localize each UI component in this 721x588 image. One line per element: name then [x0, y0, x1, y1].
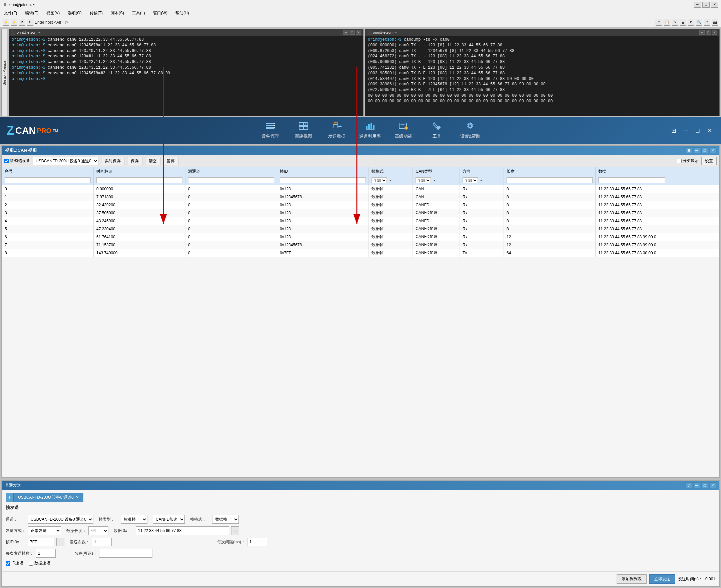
table-settings-btn[interactable]: 设置	[701, 157, 717, 165]
toolbar-btn-4[interactable]: ↻	[27, 19, 33, 26]
id-increment-label[interactable]: ID递增	[6, 560, 23, 566]
add-to-list-btn[interactable]: 添加到列表	[617, 574, 647, 584]
filter-can-type-select[interactable]: 全部	[415, 177, 431, 183]
table-row[interactable]: 232.43920000x123数据帧CANFDRx811 22 33 44 5…	[2, 201, 719, 209]
nav-channel-util[interactable]: 通道利用率	[358, 122, 382, 139]
term-right-maximize[interactable]: □	[706, 30, 711, 35]
header-grid-btn[interactable]: ⊞	[669, 126, 678, 135]
canfd-select[interactable]: CANFD加速	[153, 515, 185, 524]
send-mode-select[interactable]: 正常发送	[28, 526, 61, 535]
menu-edit[interactable]: 编辑(E)	[24, 10, 40, 17]
toolbar-btn-10[interactable]: 🔍	[696, 19, 702, 26]
menu-help[interactable]: 帮助(H)	[174, 10, 190, 17]
frame-type-select[interactable]: 标准帧	[121, 515, 147, 524]
menu-window[interactable]: 窗口(W)	[152, 10, 169, 17]
menu-transfer[interactable]: 传输(T)	[88, 10, 104, 17]
filter-data-input[interactable]	[598, 177, 665, 183]
can-view-maximize-btn[interactable]: □	[701, 147, 708, 153]
table-row[interactable]: 337.50500000x123数据帧CANFD加速Rx811 22 33 44…	[2, 209, 719, 217]
send-panel-minimize-btn[interactable]: ─	[693, 482, 700, 488]
maximize-button[interactable]: □	[702, 2, 710, 8]
filter-direction-select[interactable]: 全部	[462, 177, 478, 183]
save-btn[interactable]: 保存	[127, 157, 142, 165]
send-panel-close-btn[interactable]: ✕	[709, 482, 716, 488]
close-button[interactable]: ✕	[711, 2, 718, 8]
frame-format-select[interactable]: 数据帧	[212, 515, 239, 524]
name-input[interactable]	[99, 549, 152, 558]
table-row[interactable]: 00.00000000x123数据帧CANRx811 22 33 44 55 6…	[2, 185, 719, 193]
nav-advanced[interactable]: 高级功能	[392, 122, 415, 139]
can-view-expand-btn[interactable]: ⊞	[685, 147, 692, 153]
data-increment-label[interactable]: 数据递增	[29, 560, 50, 566]
menu-script[interactable]: 脚本(S)	[109, 10, 125, 17]
header-maximize-btn[interactable]: □	[693, 126, 702, 135]
minimize-button[interactable]: ─	[694, 2, 701, 8]
term-left-close[interactable]: ✕	[356, 30, 361, 35]
toolbar-btn-12[interactable]: 📷	[712, 19, 718, 26]
menu-options[interactable]: 选项(O)	[66, 10, 83, 17]
data-length-select[interactable]: 64	[88, 526, 108, 535]
nav-tools[interactable]: 工具	[425, 122, 449, 139]
device-select[interactable]: USBCANFD-200U 设备0 通道0	[33, 157, 98, 165]
menu-view[interactable]: 视图(V)	[45, 10, 61, 17]
channel-select[interactable]: USBCANFD-200U 设备0 通道0	[28, 515, 94, 524]
toolbar-btn-3[interactable]: ↺	[19, 19, 25, 26]
frame-id-browse-btn[interactable]: ...	[56, 538, 64, 546]
table-row[interactable]: 8143.74000000x7FF数据帧CANFD加速Tx6411 22 33 …	[2, 249, 719, 257]
device-checkbox[interactable]	[4, 159, 9, 163]
menu-file[interactable]: 文件(F)	[3, 10, 18, 17]
toolbar-btn-7[interactable]: 🖺	[672, 19, 678, 26]
toolbar-btn-1[interactable]: ⚡	[3, 19, 9, 26]
send-tab-close[interactable]: ✕	[76, 495, 79, 500]
table-row[interactable]: 547.23040000x123数据帧CANFD加速Rx811 22 33 44…	[2, 225, 719, 233]
term-left-maximize[interactable]: □	[350, 30, 355, 35]
id-increment-checkbox[interactable]	[6, 561, 11, 566]
data-hex-input[interactable]	[136, 526, 229, 535]
filter-frame-format-select[interactable]: 全部	[371, 177, 387, 183]
term-left-minimize[interactable]: ─	[343, 30, 349, 35]
realtime-save-btn[interactable]: 实时保存	[101, 157, 124, 165]
send-panel-maximize-btn[interactable]: □	[701, 482, 708, 488]
classify-checkbox[interactable]	[677, 159, 682, 163]
add-tab-btn[interactable]: +	[6, 493, 14, 502]
table-row[interactable]: 443.24590000x123数据帧CANFDRx811 22 33 44 5…	[2, 217, 719, 225]
filter-length-input[interactable]	[507, 177, 593, 183]
toolbar-btn-5[interactable]: □	[656, 19, 662, 26]
data-hex-browse-btn[interactable]: ...	[231, 526, 239, 535]
table-scroll[interactable]: 序号 时间标识 源通道 帧ID 帧格式 CAN类型 方向 长度 数据	[2, 167, 719, 477]
nav-settings[interactable]: 设置&帮助	[458, 122, 482, 139]
clear-btn[interactable]: 清空	[145, 157, 160, 165]
send-panel-help-btn[interactable]: ?	[685, 482, 692, 488]
filter-time-input[interactable]	[96, 177, 182, 183]
frame-id-input[interactable]	[28, 538, 54, 546]
filter-frame-id-input[interactable]	[280, 177, 366, 183]
table-row[interactable]: 661.76410000x123数据帧CANFD加速Rx1211 22 33 4…	[2, 233, 719, 241]
can-view-minimize-btn[interactable]: ─	[693, 147, 700, 153]
send-tab-item[interactable]: USBCANFD-200U 设备0 通道0 ✕	[14, 493, 83, 502]
term-right-minimize[interactable]: ─	[699, 30, 705, 35]
can-view-close-btn[interactable]: ✕	[709, 147, 716, 153]
header-close-btn[interactable]: ✕	[705, 126, 714, 135]
send-count-input[interactable]	[92, 538, 112, 546]
term-right-close[interactable]: ✕	[712, 30, 717, 35]
menu-tools[interactable]: 工具(L)	[131, 10, 146, 17]
nav-device-management[interactable]: 设备管理	[259, 122, 282, 139]
nav-new-view[interactable]: 新建视图	[292, 122, 315, 139]
toolbar-btn-2[interactable]: ⚡	[11, 19, 17, 26]
nav-send-data[interactable]: 发送数据	[325, 122, 349, 139]
filter-channel-input[interactable]	[188, 177, 274, 183]
header-minimize-btn[interactable]: ─	[681, 126, 690, 135]
data-increment-checkbox[interactable]	[29, 561, 33, 566]
toolbar-btn-11[interactable]: ?	[704, 19, 710, 26]
filter-seq-input[interactable]	[5, 177, 91, 183]
table-row[interactable]: 771.15370000x12345678数据帧CANFD加速Rx1211 22…	[2, 241, 719, 249]
per-send-input[interactable]	[36, 549, 56, 558]
device-checkbox-label[interactable]: 请勾选设备	[4, 158, 30, 164]
send-now-btn[interactable]: 立即发送	[649, 574, 675, 584]
pause-btn[interactable]: 暂停	[163, 157, 179, 165]
interval-input[interactable]	[247, 538, 267, 546]
toolbar-btn-6[interactable]: 📋	[664, 19, 670, 26]
classify-checkbox-label[interactable]: 分类显示	[677, 158, 699, 164]
toolbar-btn-9[interactable]: ⚙	[688, 19, 694, 26]
toolbar-btn-8[interactable]: 🖨	[680, 19, 686, 26]
